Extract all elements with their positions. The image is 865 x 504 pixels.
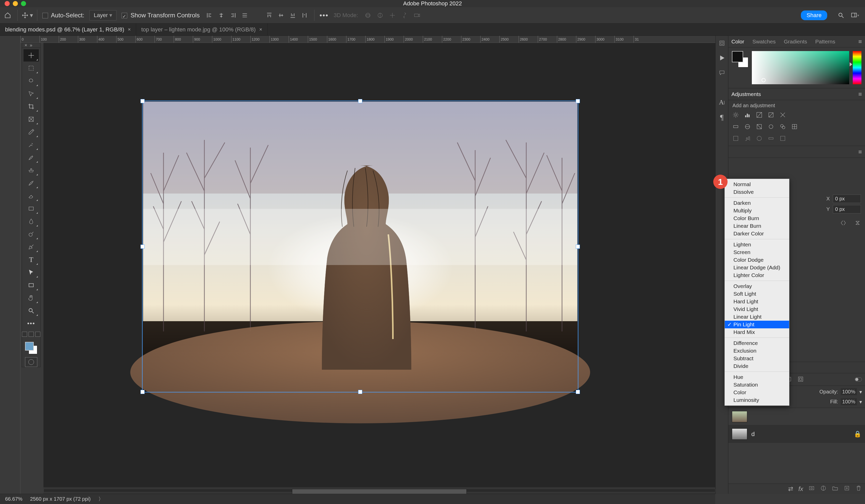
blend-mode-linear-burn[interactable]: Linear Burn — [725, 222, 789, 230]
blend-mode-luminosity[interactable]: Luminosity — [725, 396, 789, 404]
transform-bounding-box[interactable] — [142, 101, 578, 392]
blend-mode-darker-color[interactable]: Darker Color — [725, 230, 789, 237]
dist-h-icon[interactable] — [300, 11, 309, 20]
panel-menu-icon[interactable]: ≡ — [858, 91, 862, 98]
blend-mode-hard-light[interactable]: Hard Light — [725, 298, 789, 305]
quick-mask-toggle[interactable] — [25, 357, 37, 367]
tab-color[interactable]: Color — [731, 38, 744, 45]
fg-bg-mini-swatches[interactable] — [22, 332, 41, 337]
distribute-icon[interactable] — [240, 11, 249, 20]
frame-tool[interactable] — [23, 113, 39, 125]
blend-mode-color[interactable]: Color — [725, 389, 789, 396]
tab-swatches[interactable]: Swatches — [752, 38, 776, 45]
show-transform-toggle[interactable]: Show Transform Controls — [122, 12, 199, 19]
zoom-status[interactable]: 66.67% — [5, 496, 22, 502]
blur-tool[interactable] — [23, 215, 39, 227]
blend-mode-difference[interactable]: Difference — [725, 339, 789, 347]
dist-top-icon[interactable] — [265, 11, 274, 20]
history-panel-icon[interactable] — [718, 39, 726, 47]
align-right-icon[interactable] — [228, 11, 238, 20]
window-close-dot[interactable] — [4, 1, 10, 6]
auto-select-checkbox[interactable] — [43, 13, 48, 19]
handle-top-mid[interactable] — [358, 99, 362, 103]
ruler-vertical[interactable] — [14, 43, 21, 494]
exposure-icon[interactable] — [768, 112, 775, 119]
move-tool-icon[interactable]: ▾ — [23, 11, 32, 20]
comments-panel-icon[interactable] — [718, 69, 726, 77]
zoom-tool[interactable] — [23, 305, 39, 317]
dist-vcenter-icon[interactable] — [276, 11, 286, 20]
doc-tab-active[interactable]: blending modes.psd @ 66.7% (Layer 1, RGB… — [0, 23, 136, 35]
healing-brush-tool[interactable] — [23, 139, 39, 151]
filter-toggle-switch[interactable] — [855, 377, 862, 382]
workspace-icon[interactable]: ▾ — [850, 11, 860, 20]
blend-mode-divide[interactable]: Divide — [725, 362, 789, 370]
blend-mode-exclusion[interactable]: Exclusion — [725, 347, 789, 355]
rectangle-tool[interactable] — [23, 279, 39, 291]
handle-bottom-left[interactable] — [140, 390, 145, 394]
status-caret-icon[interactable]: 〉 — [99, 495, 103, 503]
quick-select-tool[interactable] — [23, 87, 39, 100]
color-balance-icon[interactable] — [744, 123, 751, 130]
character-panel-icon[interactable]: A| — [718, 98, 726, 106]
photo-filter-icon[interactable] — [768, 123, 775, 130]
color-lookup-icon[interactable] — [791, 123, 798, 130]
blend-mode-saturation[interactable]: Saturation — [725, 381, 789, 389]
home-icon[interactable] — [3, 11, 12, 20]
eyedropper-tool[interactable] — [23, 126, 39, 138]
dodge-tool[interactable] — [23, 228, 39, 240]
paragraph-panel-icon[interactable]: ¶ — [718, 113, 726, 121]
swatch-pair[interactable] — [23, 340, 39, 356]
close-tab-icon[interactable]: × — [128, 26, 131, 33]
layer-row-1[interactable] — [728, 408, 865, 425]
prop-y-value[interactable]: 0 px — [833, 205, 861, 213]
align-left-icon[interactable] — [205, 11, 214, 20]
auto-select-toggle[interactable]: Auto-Select: — [43, 12, 84, 19]
auto-select-target[interactable]: Layer ▾ — [89, 10, 116, 21]
lasso-tool[interactable] — [23, 75, 39, 87]
doc-tab-inactive[interactable]: top layer – lighten mode.jpg @ 100% (RGB… — [136, 23, 268, 35]
eraser-tool[interactable] — [23, 190, 39, 202]
new-layer-icon[interactable] — [843, 485, 850, 493]
fill-dropdown-icon[interactable]: ▾ — [860, 399, 862, 405]
blend-mode-pin-light[interactable]: Pin Light — [725, 321, 789, 328]
filter-smart-icon[interactable] — [797, 376, 805, 383]
trash-icon[interactable] — [855, 485, 862, 493]
opacity-value[interactable]: 100% — [841, 388, 857, 395]
lock-icon[interactable]: 🔒 — [854, 431, 862, 438]
close-tab-icon[interactable]: × — [259, 26, 262, 33]
layer-row-background[interactable]: d 🔒 — [728, 425, 865, 443]
link-layers-icon[interactable]: ⇄ — [788, 485, 793, 493]
blend-mode-lighten[interactable]: Lighten — [725, 241, 789, 248]
blend-mode-hue[interactable]: Hue — [725, 373, 789, 381]
invert-icon[interactable] — [733, 135, 740, 142]
blend-mode-lighter-color[interactable]: Lighter Color — [725, 271, 789, 279]
pen-tool[interactable] — [23, 241, 39, 253]
edit-toolbar[interactable]: ••• — [23, 317, 39, 330]
fg-bg-swatch[interactable] — [732, 51, 748, 67]
color-picker-field[interactable] — [752, 51, 849, 84]
crop-tool[interactable] — [23, 100, 39, 113]
channel-mixer-icon[interactable] — [780, 123, 787, 130]
blend-mode-hard-mix[interactable]: Hard Mix — [725, 328, 789, 336]
curves-icon[interactable] — [756, 112, 763, 119]
tab-patterns[interactable]: Patterns — [815, 38, 835, 45]
dist-bottom-icon[interactable] — [288, 11, 297, 20]
bw-icon[interactable] — [756, 123, 763, 130]
brightness-icon[interactable] — [733, 112, 740, 119]
blend-mode-overlay[interactable]: Overlay — [725, 282, 789, 290]
blend-mode-soft-light[interactable]: Soft Light — [725, 290, 789, 298]
show-transform-checkbox[interactable] — [122, 13, 127, 19]
brush-tool[interactable] — [23, 151, 39, 164]
fill-value[interactable]: 100% — [841, 398, 857, 405]
handle-bottom-right[interactable] — [576, 390, 580, 394]
path-select-tool[interactable] — [23, 266, 39, 279]
blend-mode-dissolve[interactable]: Dissolve — [725, 188, 789, 196]
blend-mode-subtract[interactable]: Subtract — [725, 355, 789, 362]
actions-panel-icon[interactable] — [718, 54, 726, 62]
handle-mid-right[interactable] — [576, 245, 580, 249]
mask-icon[interactable] — [808, 485, 815, 493]
blend-mode-normal[interactable]: Normal — [725, 180, 789, 188]
handle-bottom-mid[interactable] — [358, 390, 362, 394]
canvas[interactable] — [44, 43, 715, 494]
